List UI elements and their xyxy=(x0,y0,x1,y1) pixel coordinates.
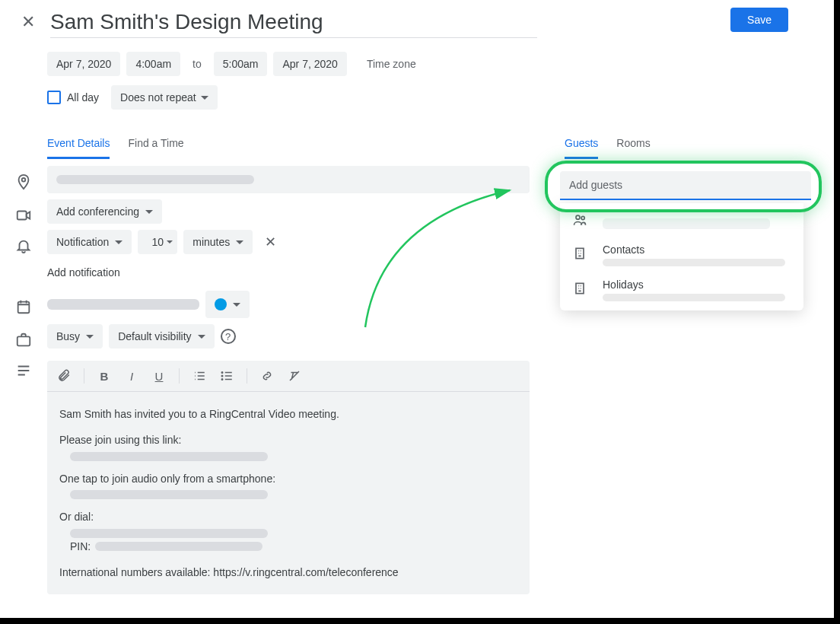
add-guests-input[interactable] xyxy=(560,171,811,200)
chevron-down-icon xyxy=(201,96,208,100)
attachment-icon[interactable] xyxy=(56,368,72,384)
timezone-link[interactable]: Time zone xyxy=(361,58,422,70)
svg-point-0 xyxy=(22,178,26,182)
event-title-input[interactable] xyxy=(50,7,537,38)
svg-rect-9 xyxy=(576,248,584,258)
availability-dropdown[interactable]: Busy xyxy=(47,324,103,349)
chevron-down-icon xyxy=(145,210,153,214)
add-conferencing-dropdown[interactable]: Add conferencing xyxy=(47,199,162,224)
svg-point-8 xyxy=(581,216,584,219)
remove-notification-button[interactable]: ✕ xyxy=(259,231,282,253)
header: ✕ Save xyxy=(0,6,834,38)
location-icon xyxy=(15,174,32,190)
clear-format-icon[interactable] xyxy=(287,368,302,384)
end-time-picker[interactable]: 5:00am xyxy=(214,52,268,76)
svg-rect-2 xyxy=(18,302,30,314)
close-icon[interactable]: ✕ xyxy=(15,6,41,38)
tab-event-details[interactable]: Event Details xyxy=(47,129,110,159)
help-icon[interactable]: ? xyxy=(221,329,236,344)
chevron-down-icon xyxy=(86,335,94,339)
notification-type-dropdown[interactable]: Notification xyxy=(47,230,132,254)
description-icon xyxy=(15,362,32,379)
to-label: to xyxy=(186,58,208,70)
color-swatch xyxy=(215,298,227,310)
building-icon xyxy=(572,281,587,300)
tab-rooms[interactable]: Rooms xyxy=(616,129,650,159)
editor-toolbar: B I U xyxy=(47,361,530,392)
svg-rect-3 xyxy=(18,336,30,345)
link-icon[interactable] xyxy=(259,368,275,384)
svg-point-5 xyxy=(221,375,223,377)
italic-icon[interactable]: I xyxy=(124,368,139,384)
briefcase-icon xyxy=(15,332,32,349)
start-date-picker[interactable]: Apr 7, 2020 xyxy=(47,52,120,76)
repeat-dropdown[interactable]: Does not repeat xyxy=(111,85,218,110)
end-date-picker[interactable]: Apr 7, 2020 xyxy=(273,52,346,76)
left-tabs: Event Details Find a Time xyxy=(0,129,552,160)
visibility-dropdown[interactable]: Default visibility xyxy=(109,324,214,349)
event-editor-window: ✕ Save Apr 7, 2020 4:00am to 5:00am Apr … xyxy=(0,0,834,618)
chevron-down-icon xyxy=(115,240,123,244)
guest-suggestions-dropdown: Contacts Holidays xyxy=(560,203,803,310)
add-notification-link[interactable]: Add notification xyxy=(47,260,120,285)
building-icon xyxy=(572,246,587,265)
save-button[interactable]: Save xyxy=(730,8,788,32)
camera-icon xyxy=(15,207,32,224)
notification-value-input[interactable] xyxy=(138,230,177,254)
chevron-down-icon xyxy=(198,335,205,339)
chevron-down-icon xyxy=(236,240,243,244)
svg-point-4 xyxy=(221,372,223,374)
calendar-select-placeholder[interactable] xyxy=(47,299,199,310)
calendar-icon xyxy=(15,298,32,315)
numbered-list-icon[interactable] xyxy=(192,368,207,384)
svg-point-6 xyxy=(221,379,223,380)
bullet-list-icon[interactable] xyxy=(219,368,234,384)
all-day-label: All day xyxy=(67,91,99,103)
chevron-down-icon xyxy=(233,303,240,307)
color-picker[interactable] xyxy=(205,291,250,318)
tab-guests[interactable]: Guests xyxy=(565,129,598,159)
suggestion-item[interactable]: Contacts xyxy=(560,237,803,272)
bold-icon[interactable]: B xyxy=(97,368,112,384)
underline-icon[interactable]: U xyxy=(151,368,167,384)
bell-icon xyxy=(15,237,32,254)
description-editor[interactable]: B I U Sam Smith has invited you to a Rin… xyxy=(47,361,530,594)
all-day-checkbox[interactable] xyxy=(47,91,61,104)
suggestion-item[interactable] xyxy=(560,206,803,237)
right-tabs: Guests Rooms xyxy=(560,129,811,159)
description-body[interactable]: Sam Smith has invited you to a RingCentr… xyxy=(47,392,530,594)
svg-point-7 xyxy=(576,215,580,219)
suggestion-item[interactable]: Holidays xyxy=(560,272,803,307)
svg-rect-10 xyxy=(576,283,584,293)
group-icon xyxy=(572,212,587,231)
tab-find-a-time[interactable]: Find a Time xyxy=(128,129,183,159)
svg-rect-1 xyxy=(18,212,27,220)
start-time-picker[interactable]: 4:00am xyxy=(126,52,180,76)
notification-unit-dropdown[interactable]: minutes xyxy=(183,230,253,254)
location-input[interactable] xyxy=(47,166,530,193)
